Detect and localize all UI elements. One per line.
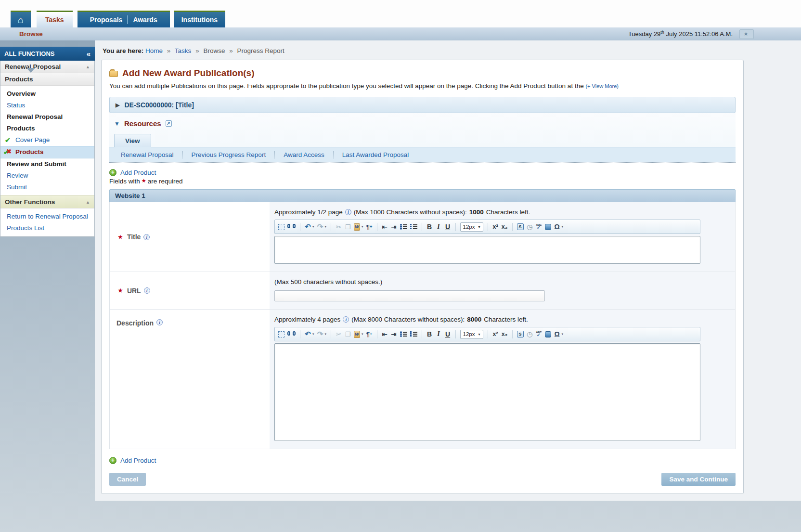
cut-icon[interactable]: ✂ <box>336 331 342 338</box>
font-size-dropdown[interactable]: 12px▾ <box>460 330 483 339</box>
bullet-list-icon[interactable] <box>400 331 407 337</box>
cut-icon[interactable]: ✂ <box>336 223 342 231</box>
undo-menu-caret[interactable]: ▾ <box>312 225 314 229</box>
redo-icon[interactable]: ↷ <box>317 222 323 231</box>
spellcheck-icon[interactable]: ABC✓ <box>536 223 542 230</box>
numbered-list-icon[interactable] <box>410 224 417 230</box>
description-editor-textarea[interactable] <box>274 343 700 441</box>
collapse-banner-button[interactable]: « <box>739 29 754 39</box>
tab-view[interactable]: View <box>114 134 151 147</box>
paragraph-insert-icon[interactable]: ¶+ <box>366 223 373 231</box>
italic-icon[interactable]: I <box>436 330 442 338</box>
tab-awards[interactable]: Awards <box>128 16 162 24</box>
insert-equation-icon[interactable]: S <box>517 223 524 230</box>
bullet-list-icon[interactable] <box>400 224 407 230</box>
form-actions: Cancel Save and Continue <box>109 473 736 486</box>
tab-group-proposals-awards: Proposals Awards <box>78 11 170 27</box>
redo-menu-caret[interactable]: ▾ <box>325 332 327 336</box>
info-icon[interactable]: i <box>343 316 349 323</box>
sidebar-item-review[interactable]: Review <box>0 170 94 182</box>
title-editor-textarea[interactable] <box>274 236 700 264</box>
link-award-access[interactable]: Award Access <box>274 151 333 158</box>
paste-from-word-icon[interactable]: W <box>354 331 360 338</box>
numbered-list-icon[interactable] <box>410 331 417 337</box>
bold-icon[interactable]: B <box>426 223 433 231</box>
redo-icon[interactable]: ↷ <box>317 330 323 338</box>
sidebar-item-overview: Overview <box>0 88 94 100</box>
sidebar-group-renewal-proposal[interactable]: Renewal Proposal ▲ <box>0 61 94 73</box>
indent-icon[interactable]: ⇥ <box>391 223 397 231</box>
superscript-icon[interactable]: x² <box>492 223 499 230</box>
select-all-icon[interactable] <box>278 331 284 337</box>
home-tab[interactable]: ⌂ <box>11 11 31 27</box>
tab-institutions[interactable]: Institutions <box>174 11 225 27</box>
paragraph-insert-icon[interactable]: ¶+ <box>366 331 373 338</box>
sidebar-item-status[interactable]: Status <box>0 100 94 111</box>
sidebar-item-return-to-renewal-proposal[interactable]: Return to Renewal Proposal <box>0 211 94 222</box>
superscript-icon[interactable]: x² <box>492 331 499 337</box>
link-previous-progress-report[interactable]: Previous Progress Report <box>182 151 275 158</box>
info-icon[interactable]: i <box>144 287 150 294</box>
italic-icon[interactable]: I <box>436 223 442 231</box>
cancel-button[interactable]: Cancel <box>109 473 146 486</box>
undo-icon[interactable]: ↶ <box>305 330 311 338</box>
subscript-icon[interactable]: x₂ <box>502 223 508 230</box>
tab-proposals[interactable]: Proposals <box>85 16 128 24</box>
sidebar-item-cover-page[interactable]: ✔Cover Page <box>0 134 94 146</box>
outdent-icon[interactable]: ⇤ <box>382 331 388 338</box>
paste-menu-caret[interactable]: ▾ <box>362 332 363 336</box>
info-icon[interactable]: i <box>345 209 351 215</box>
info-icon[interactable]: i <box>156 319 163 325</box>
indent-icon[interactable]: ⇥ <box>391 331 397 338</box>
paste-from-word-icon[interactable]: W <box>354 223 360 231</box>
link-renewal-proposal[interactable]: Renewal Proposal <box>114 151 182 158</box>
select-all-icon[interactable] <box>278 224 284 230</box>
collapse-arrow-icon[interactable]: ▼ <box>114 120 120 127</box>
screen-reader-icon[interactable] <box>545 224 551 230</box>
sidebar-group-products[interactable]: Products <box>0 73 94 86</box>
link-last-awarded-proposal[interactable]: Last Awarded Proposal <box>333 151 418 158</box>
info-icon[interactable]: i <box>143 234 150 240</box>
breadcrumb-tasks[interactable]: Tasks <box>175 47 192 54</box>
insert-equation-icon[interactable]: S <box>517 331 524 337</box>
paste-menu-caret[interactable]: ▾ <box>362 225 363 229</box>
special-character-caret[interactable]: ▾ <box>562 225 564 229</box>
award-accordion[interactable]: ▶ DE-SC0000000: [Title] <box>109 97 736 113</box>
insert-datetime-icon[interactable]: ◷ <box>527 330 533 338</box>
copy-icon[interactable]: ❐ <box>345 331 351 338</box>
special-character-icon[interactable]: Ω <box>554 223 560 231</box>
view-more-link[interactable]: (+ View More) <box>585 83 619 89</box>
undo-menu-caret[interactable]: ▾ <box>312 332 314 336</box>
underline-icon[interactable]: U <box>445 330 451 338</box>
underline-icon[interactable]: U <box>445 223 451 231</box>
redo-menu-caret[interactable]: ▾ <box>325 225 327 229</box>
outdent-icon[interactable]: ⇤ <box>382 223 388 231</box>
special-character-caret[interactable]: ▾ <box>562 332 564 336</box>
spellcheck-icon[interactable]: ABC✓ <box>536 331 542 337</box>
description-characters-left-count: 8000 <box>467 316 481 323</box>
breadcrumb-home[interactable]: Home <box>145 47 163 54</box>
sidebar-item-submit[interactable]: Submit <box>0 182 94 193</box>
tab-tasks[interactable]: Tasks <box>37 11 73 27</box>
bold-icon[interactable]: B <box>426 330 433 338</box>
subscript-icon[interactable]: x₂ <box>502 331 508 337</box>
find-replace-icon[interactable] <box>287 224 296 230</box>
external-link-icon[interactable]: ↗ <box>166 120 172 127</box>
sidebar-group-other-functions[interactable]: Other Functions ▲ <box>0 195 94 208</box>
sidebar-collapse-icon[interactable]: « <box>87 50 90 58</box>
url-input[interactable] <box>274 290 545 301</box>
font-size-dropdown[interactable]: 12px▾ <box>460 222 483 232</box>
add-product-link-bottom[interactable]: + Add Product <box>109 457 736 464</box>
special-character-icon[interactable]: Ω <box>554 330 560 338</box>
insert-datetime-icon[interactable]: ◷ <box>527 223 533 231</box>
add-product-link-top[interactable]: + Add Product <box>109 169 736 176</box>
screen-reader-icon[interactable] <box>545 331 551 337</box>
sidebar-item-products-list[interactable]: Products List <box>0 222 94 234</box>
undo-icon[interactable]: ↶ <box>305 222 311 231</box>
sidebar-item-products-selected[interactable]: ✔✖Products <box>0 146 94 158</box>
find-replace-icon[interactable] <box>287 331 296 337</box>
save-and-continue-button[interactable]: Save and Continue <box>661 473 736 486</box>
copy-icon[interactable]: ❐ <box>345 223 351 231</box>
chevron-down-icon: ▾ <box>478 332 480 337</box>
subnav-browse[interactable]: Browse <box>19 30 43 38</box>
